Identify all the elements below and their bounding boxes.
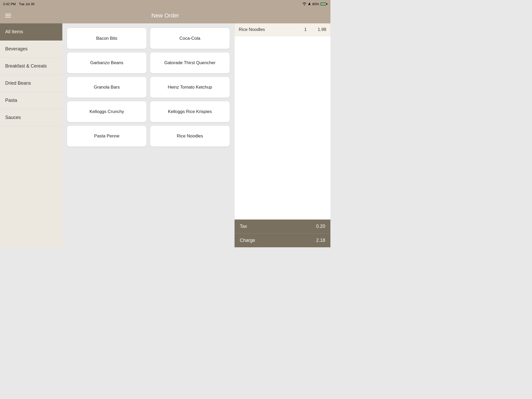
order-item-name: Rice Noodles xyxy=(239,27,300,32)
sidebar-item-breakfast-cereals[interactable]: Breakfast & Cereals xyxy=(0,58,62,75)
tax-value: 0.20 xyxy=(316,224,325,229)
item-card-pasta-penne[interactable]: Pasta Penne xyxy=(67,126,147,147)
app-header: New Order xyxy=(0,8,330,23)
battery-percentage: 80% xyxy=(312,2,319,6)
tax-row: Tax 0.20 xyxy=(235,220,330,234)
item-card-granola-bars[interactable]: Granola Bars xyxy=(67,77,147,98)
order-item-price: 1.98 xyxy=(311,27,326,32)
item-card-rice-noodles[interactable]: Rice Noodles xyxy=(150,126,230,147)
order-item-row[interactable]: Rice Noodles 1 1.98 xyxy=(235,23,330,36)
status-bar: 2:42 PM Tue Jul 30 80% xyxy=(0,0,330,8)
order-panel: Rice Noodles 1 1.98 Tax 0.20 Charge 2.18 xyxy=(234,23,330,247)
sidebar: All Items Beverages Breakfast & Cereals … xyxy=(0,23,62,247)
sidebar-item-dried-beans[interactable]: Dried Beans xyxy=(0,75,62,92)
menu-button[interactable] xyxy=(4,12,12,19)
charge-row: Charge 2.18 xyxy=(235,234,330,247)
order-footer: Tax 0.20 Charge 2.18 xyxy=(235,220,330,247)
wifi-icon xyxy=(302,2,307,5)
item-card-kelloggs-crunchy[interactable]: Kelloggs Crunchy xyxy=(67,101,147,122)
items-area: Bacon BitsCoca-ColaGarbanzo BeansGatorad… xyxy=(62,23,234,247)
item-card-kelloggs-rice-krispies[interactable]: Kelloggs Rice Krispies xyxy=(150,101,230,122)
svg-marker-0 xyxy=(308,2,311,5)
charge-value: 2.18 xyxy=(316,238,325,243)
status-time: 2:42 PM xyxy=(3,2,16,6)
tax-label: Tax xyxy=(240,224,247,229)
item-card-coca-cola[interactable]: Coca-Cola xyxy=(150,28,230,49)
item-card-heinz-ketchup[interactable]: Heinz Tomato Ketchup xyxy=(150,77,230,98)
order-item-qty: 1 xyxy=(300,27,311,32)
item-card-garbanzo-beans[interactable]: Garbanzo Beans xyxy=(67,52,147,73)
item-card-bacon-bits[interactable]: Bacon Bits xyxy=(67,28,147,49)
battery-icon xyxy=(321,3,327,5)
order-list: Rice Noodles 1 1.98 xyxy=(235,23,330,220)
status-date: Tue Jul 30 xyxy=(19,2,34,6)
page-title: New Order xyxy=(151,12,179,19)
charge-label: Charge xyxy=(240,238,255,243)
location-icon xyxy=(308,2,311,5)
main-layout: All Items Beverages Breakfast & Cereals … xyxy=(0,23,330,247)
item-card-gatorade[interactable]: Gatorade Thirst Quencher xyxy=(150,52,230,73)
items-grid: Bacon BitsCoca-ColaGarbanzo BeansGatorad… xyxy=(67,28,230,147)
sidebar-item-beverages[interactable]: Beverages xyxy=(0,41,62,58)
sidebar-item-pasta[interactable]: Pasta xyxy=(0,92,62,109)
sidebar-item-sauces[interactable]: Sauces xyxy=(0,109,62,126)
sidebar-item-all-items[interactable]: All Items xyxy=(0,23,62,41)
